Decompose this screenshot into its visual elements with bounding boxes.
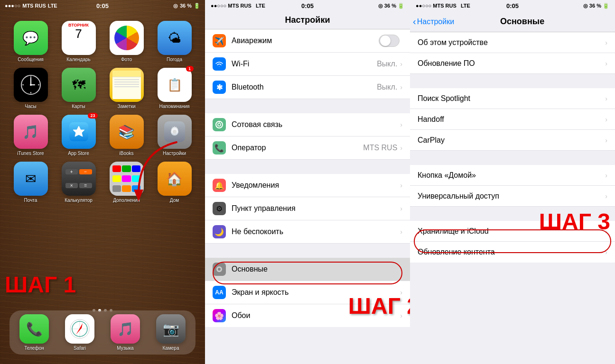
app-clock-label: Часы [25, 104, 36, 109]
svg-point-4 [30, 84, 32, 86]
general-row-carplay[interactable]: CarPlay › [410, 130, 615, 151]
gen-gap-1 [410, 74, 615, 88]
settings-row-control[interactable]: ⚙ Пункт управления › [205, 197, 410, 220]
dock-music[interactable]: 🎵 Музыка [104, 314, 146, 351]
section-gap-2 [205, 160, 410, 174]
settings-row-general[interactable]: Основные › [205, 258, 410, 281]
app-maps-label: Карты [72, 104, 85, 109]
svg-marker-12 [134, 190, 143, 201]
back-label: Настройки [417, 18, 454, 26]
carrier-2: ●●○○○ MTS RUS LTE [211, 3, 265, 9]
settings-row-wifi[interactable]: Wi-Fi Выкл. › [205, 53, 410, 76]
app-notes[interactable]: Заметки [105, 68, 148, 109]
time-3: 0:05 [506, 2, 519, 9]
location-icon: ◎ [173, 3, 178, 9]
signal-indicator: ●●●○○ [5, 3, 20, 9]
time-2: 0:05 [301, 2, 314, 9]
status-bar-3: ●●○○○ MTS RUS LTE 0:05 ◎ 36 % 🔋 [410, 0, 615, 11]
gen-gap-2 [410, 151, 615, 165]
carrier-label: MTS RUS [22, 3, 46, 9]
dock: 📞 Телефон Safari 🎵 М [0, 310, 205, 355]
general-row-handoff[interactable]: Handoff › [410, 109, 615, 130]
general-row-update[interactable]: Обновление ПО › [410, 53, 615, 74]
settings-row-dnd[interactable]: 🌙 Не беспокоить › [205, 220, 410, 244]
step2-label: ШАГ 2 [348, 293, 410, 319]
network-label: LTE [48, 3, 57, 9]
phone-screen-1: ●●●○○ MTS RUS LTE 0:05 ◎ 36 % 🔋 💬 Сообще… [0, 0, 205, 364]
dock-phone[interactable]: 📞 Телефон [13, 314, 55, 351]
app-messages-label: Сообщения [18, 57, 43, 62]
general-title: Основные [458, 17, 587, 27]
dock-camera[interactable]: 📷 Камера [150, 314, 192, 351]
section-gap-1 [205, 99, 410, 113]
dock-safari[interactable]: Safari [59, 314, 101, 351]
settings-arrow [129, 133, 186, 209]
app-reminders[interactable]: 📋 1 Напоминания [153, 68, 196, 109]
phone-screen-2: ●●○○○ MTS RUS LTE 0:05 ◎ 36 % 🔋 Настройк… [205, 0, 410, 364]
app-calendar-label: Календарь [66, 57, 90, 62]
app-maps[interactable]: 🗺 Карты [57, 68, 100, 109]
general-row-accessibility[interactable]: Универсальный доступ › [410, 186, 615, 207]
settings-row-operator[interactable]: 📞 Оператор MTS RUS › [205, 136, 410, 160]
back-button[interactable]: ‹ Настройки [410, 16, 458, 27]
battery-3: ◎ 36 % 🔋 [583, 3, 609, 9]
battery-label: 36 % [180, 3, 192, 9]
app-appstore-label: App Store [68, 151, 89, 156]
app-photos-label: Фото [121, 57, 132, 62]
settings-row-cellular[interactable]: Сотовая связь › [205, 113, 410, 136]
general-row-spotlight[interactable]: Поиск Spotlight › [410, 88, 615, 109]
svg-point-23 [218, 268, 221, 271]
time-label: 0:05 [96, 2, 109, 9]
app-appstore[interactable]: 23 App Store [57, 115, 100, 156]
step1-label: ШАГ 1 [5, 272, 76, 298]
battery-icon: 🔋 [194, 3, 200, 9]
battery-2: ◎ 36 % 🔋 [378, 3, 404, 9]
general-row-about[interactable]: Об этом устройстве › [410, 32, 615, 53]
general-row-home[interactable]: Кнопка «Домой» › [410, 165, 615, 186]
app-calculator[interactable]: + − × = Калькулятор [57, 162, 100, 203]
app-reminders-label: Напоминания [159, 104, 190, 109]
toggle-airplane[interactable] [379, 35, 400, 47]
status-bar-1: ●●●○○ MTS RUS LTE 0:05 ◎ 36 % 🔋 [0, 0, 205, 11]
settings-row-bluetooth[interactable]: ✱ Bluetooth Выкл. › [205, 76, 410, 99]
status-bar-2: ●●○○○ MTS RUS LTE 0:05 ◎ 36 % 🔋 [205, 0, 410, 11]
app-clock[interactable]: Часы [9, 68, 52, 109]
svg-point-19 [218, 123, 221, 126]
general-nav-header: ‹ Настройки Основные [410, 11, 615, 32]
app-weather-label: Погода [167, 57, 182, 62]
general-row-bgrefresh[interactable]: Обновление контента › [410, 242, 615, 263]
settings-row-airplane[interactable]: ✈️ Авиарежим [205, 29, 410, 53]
phone-screen-3: ●●○○○ MTS RUS LTE 0:05 ◎ 36 % 🔋 ‹ Настро… [410, 0, 615, 364]
app-weather[interactable]: 🌤 Погода [153, 21, 196, 62]
app-mail-label: Почта [24, 198, 37, 203]
app-photos[interactable]: Фото [105, 21, 148, 62]
app-calc-label: Калькулятор [65, 198, 93, 203]
app-calendar[interactable]: ВТОРНИК 7 Календарь [57, 21, 100, 62]
app-itunes[interactable]: 🎵 iTunes Store [9, 115, 52, 156]
step3-label: ШАГ 3 [539, 209, 610, 235]
app-itunes-label: iTunes Store [17, 151, 44, 156]
settings-title: Настройки [285, 15, 330, 25]
settings-row-notifications[interactable]: 🔔 Уведомления › [205, 174, 410, 197]
app-mail[interactable]: ✉ Почта [9, 162, 52, 203]
settings-header: Настройки [205, 11, 410, 29]
section-gap-3 [205, 244, 410, 258]
settings-list: ✈️ Авиарежим Wi-Fi Выкл. › ✱ Bluetooth В… [205, 29, 410, 327]
carrier-3: ●●○○○ MTS RUS LTE [416, 3, 470, 9]
app-messages[interactable]: 💬 Сообщения [9, 21, 52, 62]
app-notes-label: Заметки [117, 104, 135, 109]
